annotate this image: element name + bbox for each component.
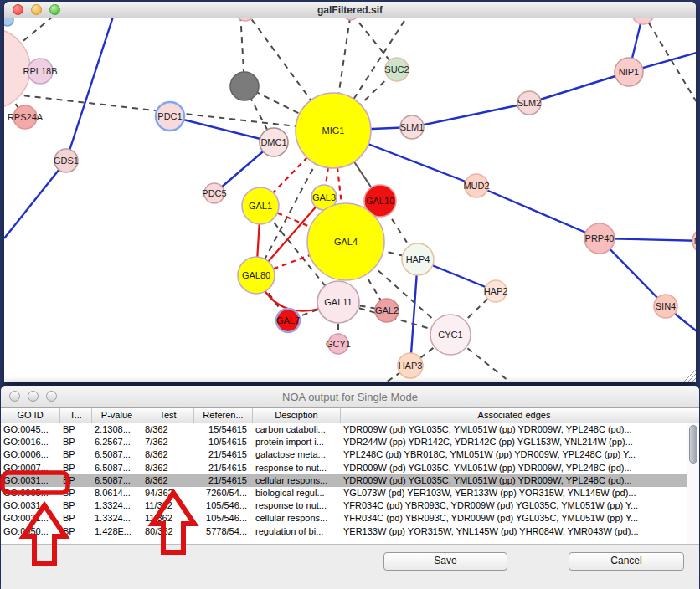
table-row-2[interactable]: GO:0006...BP6.5087...8/36221/54615galact… bbox=[1, 448, 699, 461]
node-label-PDC5: PDC5 bbox=[202, 188, 226, 198]
table-cell: 21/54615 bbox=[194, 474, 253, 487]
table-cell: BP bbox=[60, 487, 92, 499]
node-label-MSL1: MSL1 bbox=[694, 236, 696, 246]
table-cell: 7260/54... bbox=[194, 487, 253, 499]
table-cell: cellular respons... bbox=[253, 474, 341, 487]
network-edge-pp[interactable] bbox=[170, 116, 274, 142]
node-label-GAL7: GAL7 bbox=[276, 315, 300, 325]
table-row-1[interactable]: GO:0016...BP6.2567...7/36210/54615protei… bbox=[1, 436, 699, 448]
column-header-4[interactable]: Referen... bbox=[194, 408, 253, 423]
node-label-NIP1: NIP1 bbox=[619, 67, 639, 77]
table-cell: 21/54615 bbox=[194, 462, 253, 474]
node-label-GAL4: GAL4 bbox=[334, 237, 358, 247]
table-cell: 105/546... bbox=[194, 512, 253, 525]
network-window-titlebar[interactable]: galFiltered.sif bbox=[4, 2, 696, 18]
table-row-5[interactable]: GO:0065...BP8.0614...94/3627260/54...bio… bbox=[1, 487, 699, 499]
table-row-8[interactable]: GO:0050...BP1.428E...80/3625778/54...reg… bbox=[1, 525, 699, 538]
node-label-CYC1: CYC1 bbox=[438, 330, 462, 340]
save-button[interactable]: Save bbox=[383, 552, 507, 571]
table-cell: YDR244W (pp) YDR142C, YDR142C (pp) YGL15… bbox=[341, 436, 687, 448]
node-label-HAP4: HAP4 bbox=[406, 254, 430, 264]
network-window-title: galFiltered.sif bbox=[4, 4, 696, 16]
results-table-header: GO IDT...P-valueTestReferen...Desciption… bbox=[1, 408, 699, 423]
table-cell: 8/362 bbox=[142, 448, 194, 461]
table-cell: YER133W (pp) YOR315W, YNL145W (pd) YHR08… bbox=[341, 525, 687, 538]
network-node-TR1[interactable] bbox=[632, 18, 654, 24]
node-label-GAL1: GAL1 bbox=[249, 201, 272, 211]
noa-window-titlebar[interactable]: NOA output for Single Mode bbox=[1, 386, 699, 408]
table-cell: carbon cataboli... bbox=[253, 423, 341, 436]
column-header-0[interactable]: GO ID bbox=[1, 408, 60, 423]
column-header-2[interactable]: P-value bbox=[92, 408, 142, 423]
cancel-button[interactable]: Cancel bbox=[569, 552, 684, 571]
vertical-scrollbar[interactable] bbox=[687, 423, 699, 544]
table-cell: 7/362 bbox=[142, 436, 194, 448]
network-graph: RPL18BRPS24AGDS1PDC1PDC5DMC1MIG1SUC2SLM1… bbox=[4, 18, 696, 382]
table-cell: YFR034C (pd) YBR093C, YDR009W (pd) YGL03… bbox=[341, 499, 687, 512]
node-label-DMC1: DMC1 bbox=[260, 137, 286, 147]
table-cell: biological regul... bbox=[253, 487, 341, 499]
table-cell: response to nut... bbox=[253, 462, 341, 474]
scrollbar-thumb[interactable] bbox=[689, 425, 697, 464]
node-label-MUD2: MUD2 bbox=[463, 181, 489, 191]
node-label-HAP3: HAP3 bbox=[399, 361, 423, 371]
network-edge-pp[interactable] bbox=[66, 18, 115, 161]
resize-grip[interactable] bbox=[692, 378, 696, 382]
network-edge-pd[interactable] bbox=[643, 18, 696, 110]
table-cell: 94/362 bbox=[142, 487, 194, 499]
node-label-SLM2: SLM2 bbox=[517, 98, 542, 108]
node-label-GDS1: GDS1 bbox=[54, 156, 79, 166]
table-cell: YPL248C (pd) YBR018C, YML051W (pp) YDR00… bbox=[341, 448, 687, 461]
table-cell: GO:0065... bbox=[1, 487, 60, 499]
node-label-MIG1: MIG1 bbox=[322, 125, 345, 136]
node-label-SLM1: SLM1 bbox=[400, 122, 425, 132]
network-edge-pp[interactable] bbox=[4, 161, 66, 238]
table-cell: YGL073W (pd) YER103W, YER133W (pp) YOR31… bbox=[341, 487, 687, 499]
network-node-TINYBLUE[interactable] bbox=[4, 18, 13, 26]
node-label-HAP2: HAP2 bbox=[484, 286, 508, 296]
table-cell: regulation of bi... bbox=[253, 525, 341, 538]
column-header-6[interactable]: Associated edges bbox=[341, 408, 687, 423]
table-cell: 2.1308... bbox=[92, 423, 142, 436]
table-cell: GO:0050... bbox=[1, 525, 60, 538]
table-cell: 6.2567... bbox=[92, 436, 142, 448]
table-cell: 80/362 bbox=[142, 525, 194, 538]
resize-grip[interactable] bbox=[688, 374, 696, 382]
node-label-PDC1: PDC1 bbox=[157, 111, 182, 121]
network-edge-pp[interactable] bbox=[529, 72, 629, 103]
node-label-PRP40: PRP40 bbox=[585, 233, 615, 243]
network-canvas[interactable]: RPL18BRPS24AGDS1PDC1PDC5DMC1MIG1SUC2SLM1… bbox=[4, 18, 696, 382]
node-label-GAL2: GAL2 bbox=[375, 305, 399, 315]
node-label-GCY1: GCY1 bbox=[326, 339, 351, 349]
node-label-GAL10: GAL10 bbox=[366, 196, 394, 206]
network-node-GRAY1[interactable] bbox=[230, 72, 259, 100]
noa-output-window: NOA output for Single Mode GO IDT...P-va… bbox=[1, 386, 699, 589]
network-node-TC2[interactable] bbox=[343, 18, 358, 20]
table-cell: BP bbox=[60, 423, 92, 436]
table-cell: response to nut... bbox=[253, 499, 341, 512]
table-cell: GO:0045... bbox=[1, 423, 60, 436]
column-header-5[interactable]: Desciption bbox=[253, 408, 341, 423]
noa-window-title: NOA output for Single Mode bbox=[1, 391, 699, 403]
table-cell: 15/54615 bbox=[194, 423, 253, 436]
network-edge-pp[interactable] bbox=[476, 186, 600, 238]
table-cell: 8.0614... bbox=[92, 487, 142, 499]
table-cell: YDR009W (pd) YGL035C, YML051W (pp) YDR00… bbox=[341, 423, 687, 436]
table-cell: galactose meta... bbox=[253, 448, 341, 461]
table-cell: GO:0016... bbox=[1, 436, 60, 448]
table-row-3[interactable]: GO:0007...BP6.5087...8/36221/54615respon… bbox=[1, 462, 699, 474]
table-row-6[interactable]: GO:0031...BP1.3324...11/362105/546...res… bbox=[1, 499, 699, 512]
table-cell: BP bbox=[60, 525, 92, 538]
table-row-0[interactable]: GO:0045...BP2.1308...8/36215/54615carbon… bbox=[1, 423, 699, 436]
table-row-4[interactable]: GO:0031...BP6.5087...8/36221/54615cellul… bbox=[1, 474, 699, 487]
node-label-GAL80: GAL80 bbox=[242, 270, 270, 280]
button-bar: Save Cancel bbox=[1, 545, 699, 589]
column-header-3[interactable]: Test bbox=[142, 408, 194, 423]
table-row-7[interactable]: GO:0031...BP1.3324...11/362105/546...cel… bbox=[1, 512, 699, 525]
network-edge-pp[interactable] bbox=[412, 103, 529, 127]
column-header-1[interactable]: T... bbox=[60, 408, 92, 423]
table-cell: 8/362 bbox=[142, 462, 194, 474]
table-cell: 6.5087... bbox=[92, 462, 142, 474]
table-cell: YDR009W (pd) YGL035C, YML051W (pp) YDR00… bbox=[341, 474, 687, 487]
table-cell: 8/362 bbox=[142, 423, 194, 436]
